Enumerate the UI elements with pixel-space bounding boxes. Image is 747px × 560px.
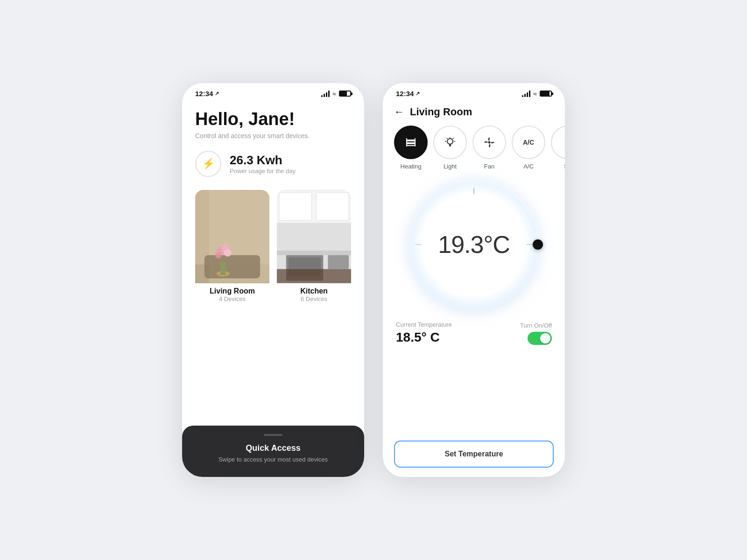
- svg-rect-18: [277, 269, 351, 283]
- tab-circle-sound[interactable]: ♪: [551, 126, 565, 159]
- tab-label-heating: Heating: [401, 163, 422, 170]
- status-time-room: 12:34 ↗: [396, 90, 420, 98]
- location-icon: ↗: [215, 91, 219, 97]
- time-display: 12:34: [195, 90, 213, 98]
- svg-rect-23: [415, 138, 416, 147]
- current-temp-value: 18.5° C: [396, 330, 452, 345]
- dial-tick-left: [415, 244, 422, 245]
- room-name-kitchen: Kitchen: [277, 287, 351, 295]
- svg-rect-2: [195, 190, 269, 264]
- battery-icon-room: [540, 91, 552, 97]
- svg-rect-19: [406, 140, 416, 141]
- device-tabs: Heating Light: [383, 126, 565, 179]
- tab-circle-heating[interactable]: [394, 126, 428, 159]
- svg-line-30: [453, 138, 454, 139]
- signal-icon: [321, 91, 330, 97]
- svg-point-8: [215, 252, 222, 259]
- tab-ac[interactable]: A/C A/C: [512, 126, 545, 170]
- svg-rect-12: [279, 192, 312, 220]
- rooms-grid: Living Room 4 Devices: [195, 190, 351, 304]
- tab-label-ac: A/C: [523, 163, 534, 170]
- room-image-kitchen: [277, 190, 351, 283]
- room-card-kitchen[interactable]: Kitchen 6 Devices: [277, 190, 351, 304]
- temp-controls: Current Temperature 18.5° C Turn On/Off: [394, 321, 554, 345]
- greeting-subtitle: Control and access your smart devices.: [195, 132, 351, 140]
- toggle-knob: [540, 333, 550, 343]
- svg-rect-5: [220, 262, 226, 275]
- battery-icon: [339, 91, 351, 97]
- home-content: Hello, Jane! Control and access your sma…: [182, 100, 364, 426]
- thermostat-section: 19.3°C Current Temperature 18.5° C Turn …: [383, 179, 565, 477]
- status-bar-home: 12:34 ↗ ≈: [182, 83, 364, 100]
- svg-rect-21: [406, 145, 416, 146]
- drag-handle: [264, 434, 282, 436]
- dial-handle[interactable]: [533, 239, 543, 250]
- dial-tick-right: [526, 244, 533, 245]
- svg-line-29: [447, 138, 448, 139]
- ac-text-icon: A/C: [523, 139, 534, 146]
- signal-icon-room: [522, 91, 530, 97]
- greeting-hello: Hello, Jane!: [195, 110, 351, 129]
- room-card-living[interactable]: Living Room 4 Devices: [195, 190, 269, 304]
- power-card: ⚡ 26.3 Kwh Power usage for the day: [195, 151, 351, 177]
- light-icon: [444, 136, 456, 148]
- tab-label-sound: So: [564, 163, 565, 170]
- status-icons-room: ≈: [522, 90, 552, 98]
- toggle-label: Turn On/Off: [520, 322, 552, 329]
- room-detail-header: ← Living Room: [383, 100, 565, 126]
- toggle-section: Turn On/Off: [520, 322, 552, 345]
- power-value: 26.3 Kwh: [230, 153, 296, 168]
- tab-circle-fan[interactable]: [472, 126, 506, 159]
- room-devices-kitchen: 6 Devices: [277, 295, 351, 302]
- svg-rect-13: [316, 192, 349, 220]
- heating-icon: [404, 136, 417, 149]
- wifi-icon-room: ≈: [533, 90, 537, 98]
- svg-rect-20: [406, 142, 416, 144]
- svg-rect-3: [204, 255, 260, 279]
- current-temp-label: Current Temperature: [396, 321, 452, 328]
- room-detail-title: Living Room: [410, 106, 472, 118]
- thermostat-temp-display: 19.3°C: [438, 231, 510, 259]
- tab-label-fan: Fan: [484, 163, 494, 170]
- status-icons-home: ≈: [321, 90, 351, 98]
- set-temperature-button[interactable]: Set Temperature: [394, 441, 554, 468]
- room-image-living: [195, 190, 269, 283]
- power-icon-circle: ⚡: [195, 151, 221, 177]
- svg-rect-22: [406, 138, 407, 147]
- quick-access-subtitle: Swipe to access your most used devices: [195, 456, 351, 463]
- thermostat-dial[interactable]: 19.3°C: [409, 179, 539, 310]
- phone-living-room: 12:34 ↗ ≈ ← Living Room: [383, 83, 565, 477]
- bolt-icon: ⚡: [202, 158, 215, 170]
- fan-icon: [483, 136, 495, 148]
- tab-fan[interactable]: Fan: [472, 126, 506, 170]
- tab-sound[interactable]: ♪ So: [551, 126, 565, 170]
- quick-access-bar[interactable]: Quick Access Swipe to access your most u…: [182, 426, 364, 477]
- power-info: 26.3 Kwh Power usage for the day: [230, 153, 296, 175]
- tab-light[interactable]: Light: [433, 126, 467, 170]
- location-icon-room: ↗: [416, 91, 420, 97]
- svg-point-33: [488, 141, 491, 144]
- svg-point-24: [447, 139, 453, 144]
- status-bar-room: 12:34 ↗ ≈: [383, 83, 565, 100]
- svg-rect-17: [328, 255, 349, 269]
- room-devices-living: 4 Devices: [195, 295, 269, 302]
- dial-tick-top: [473, 188, 474, 194]
- greeting-name: Jane!: [248, 109, 295, 129]
- room-name-living: Living Room: [195, 287, 269, 295]
- time-display-room: 12:34: [396, 90, 414, 98]
- phones-container: 12:34 ↗ ≈ Hello, Jane!: [182, 83, 565, 477]
- tab-circle-light[interactable]: [433, 126, 467, 159]
- svg-point-9: [224, 249, 232, 257]
- power-toggle[interactable]: [528, 332, 552, 345]
- power-label: Power usage for the day: [230, 168, 296, 175]
- tab-heating[interactable]: Heating: [394, 126, 428, 170]
- status-time-home: 12:34 ↗: [195, 90, 219, 98]
- greeting-section: Hello, Jane! Control and access your sma…: [195, 110, 351, 140]
- back-button[interactable]: ←: [394, 106, 404, 118]
- phone-home: 12:34 ↗ ≈ Hello, Jane!: [182, 83, 364, 477]
- greeting-hello-text: Hello,: [195, 109, 248, 129]
- tab-label-light: Light: [444, 163, 457, 170]
- wifi-icon: ≈: [332, 90, 336, 98]
- current-temp-section: Current Temperature 18.5° C: [396, 321, 452, 345]
- tab-circle-ac[interactable]: A/C: [512, 126, 545, 159]
